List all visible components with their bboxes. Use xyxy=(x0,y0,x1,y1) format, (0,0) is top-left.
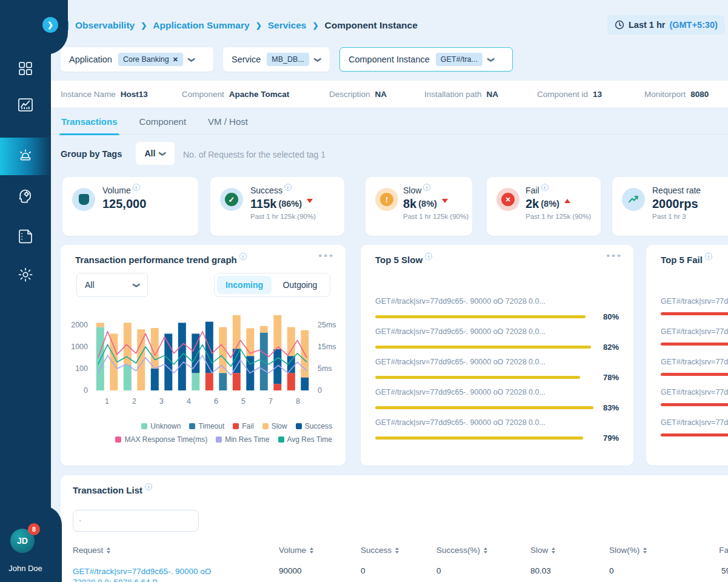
column-header-slow[interactable]: Slow xyxy=(530,546,609,555)
installation-path: Installation pathNA xyxy=(424,81,498,107)
breadcrumb-services[interactable]: Services xyxy=(268,20,307,31)
toggle-outgoing[interactable]: Outgoing xyxy=(273,276,327,294)
breadcrumb-application-summary[interactable]: Application Summary xyxy=(153,20,249,31)
kpi-value: 115k xyxy=(250,197,276,210)
breadcrumb-observability[interactable]: Observability xyxy=(75,20,135,31)
search-icon xyxy=(79,516,81,526)
trend-down-icon xyxy=(307,199,313,203)
chevron-down-icon[interactable]: ❯ xyxy=(487,56,495,62)
info-icon[interactable]: i xyxy=(133,184,140,191)
chevron-down-icon[interactable]: ❯ xyxy=(188,56,196,62)
svg-text:8: 8 xyxy=(296,397,300,406)
direction-toggle: Incoming Outgoing xyxy=(214,273,330,297)
chevron-right-icon: ❯ xyxy=(312,21,318,30)
info-label: Monitorport xyxy=(644,90,686,99)
kpi-label: Fail xyxy=(526,186,539,195)
sidebar-item-reports-icon[interactable] xyxy=(17,228,34,245)
column-label: Slow(%) xyxy=(609,546,640,555)
svg-text:25ms: 25ms xyxy=(318,321,336,329)
sidebar-item-settings-gear-icon[interactable] xyxy=(17,266,34,283)
info-icon[interactable]: i xyxy=(145,483,152,490)
filter-service-chip[interactable]: MB_DB... xyxy=(267,53,309,66)
kpi-label: Request rate xyxy=(652,186,701,195)
svg-text:7: 7 xyxy=(269,397,273,406)
list-item: GET#/track|srv=77dd9c65-. 90000 oO 72028… xyxy=(661,418,728,449)
request-label: GET#/track|srv=77dd9c65-. 90000 oO 72028… xyxy=(661,418,728,427)
info-icon[interactable]: i xyxy=(705,253,712,260)
info-icon[interactable]: i xyxy=(423,184,430,191)
toggle-incoming[interactable]: Incoming xyxy=(217,276,272,294)
instance-info-bar: Instance NameHost13 ComponentApache Tomc… xyxy=(51,81,728,107)
chip-text: Core Banking xyxy=(123,55,169,64)
slow-percent: 80% xyxy=(593,312,619,321)
component: ComponentApache Tomcat xyxy=(182,81,289,107)
sidebar-item-dashboard-icon[interactable] xyxy=(17,96,34,113)
svg-text:4: 4 xyxy=(187,397,191,406)
filter-service[interactable]: Service MB_DB... ❯ xyxy=(223,47,330,72)
success-check-icon: ✓ xyxy=(220,188,243,211)
filter-service-label: Service xyxy=(232,55,261,64)
column-label: Request xyxy=(73,546,103,555)
column-header-success-pct[interactable]: Success(%) xyxy=(436,546,530,555)
sort-icon xyxy=(310,547,313,554)
component-id: Component id13 xyxy=(537,81,602,107)
sidebar-item-apps-grid-icon[interactable] xyxy=(17,60,34,77)
column-label: Volume xyxy=(279,546,306,555)
group-by-selected-value: All xyxy=(144,149,155,158)
legend-label: Avg Res Time xyxy=(287,435,332,444)
search-box xyxy=(73,510,199,532)
request-link[interactable]: GET#/track|srv=77dd9c65-. 90000 oO 72028… xyxy=(73,566,232,582)
legend-item: MAX Response Time(ms) xyxy=(115,435,207,444)
column-header-slow-pct[interactable]: Slow(%) xyxy=(609,546,697,555)
column-header-success[interactable]: Success xyxy=(361,546,436,555)
column-header-request[interactable]: Request xyxy=(73,546,279,555)
kpi-percent: (86%) xyxy=(278,199,302,209)
sidebar-item-alerts-siren-icon[interactable] xyxy=(17,147,34,164)
info-icon[interactable]: i xyxy=(239,253,247,260)
chevron-down-icon[interactable]: ❯ xyxy=(314,56,322,62)
slow-percent: 79% xyxy=(593,433,619,443)
fail-bar xyxy=(661,433,728,436)
filter-component-instance-label: Component Instance xyxy=(349,55,430,64)
tab-transactions[interactable]: Transactions xyxy=(61,109,118,135)
group-by-tags-select[interactable]: All ❯ xyxy=(136,142,175,165)
kpi-subtext: Past 1 hr 125k (90%) xyxy=(403,213,469,220)
info-label: Component xyxy=(182,90,224,99)
time-range-selector[interactable]: Last 1 hr (GMT+5:30) xyxy=(607,15,725,35)
card-menu-icon[interactable]: ••• xyxy=(318,250,335,262)
card-menu-icon[interactable]: ••• xyxy=(606,250,623,262)
info-icon[interactable]: i xyxy=(284,184,292,191)
legend-item: Timeout xyxy=(189,422,224,430)
filter-application-label: Application xyxy=(69,55,112,64)
request-label: GET#/track|srv=77dd9c65-. 90000 oO 72028… xyxy=(661,358,728,366)
filter-application-chip[interactable]: Core Banking✕ xyxy=(118,53,183,66)
filter-application[interactable]: Application Core Banking✕ ❯ xyxy=(61,47,213,72)
kpi-label: Slow xyxy=(403,186,421,195)
legend-label: Fail xyxy=(242,422,253,430)
column-header-fail[interactable]: Fail xyxy=(697,546,728,555)
filter-component-instance[interactable]: Component Instance GET#/tra... ❯ xyxy=(339,47,513,72)
tab-vm-host[interactable]: VM / Host xyxy=(208,109,248,135)
list-item: GET#/track|srv=77dd9c65-. 90000 oO 72028… xyxy=(375,297,619,327)
search-input[interactable] xyxy=(85,517,192,526)
legend-swatch xyxy=(233,423,239,429)
list-item: GET#/track|srv=77dd9c65-. 90000 oO 72028… xyxy=(661,297,728,327)
column-header-volume[interactable]: Volume xyxy=(279,546,361,555)
remove-chip-icon[interactable]: ✕ xyxy=(173,56,178,64)
transaction-list-title: Transaction List xyxy=(73,485,142,495)
slow-bar xyxy=(375,376,580,379)
request-label: GET#/track|srv=77dd9c65-. 90000 oO 72028… xyxy=(375,358,619,366)
info-icon[interactable]: i xyxy=(541,184,549,191)
info-icon[interactable]: i xyxy=(425,253,432,260)
sidebar-item-ai-insights-icon[interactable] xyxy=(17,187,34,204)
request-label: GET#/track|srv=77dd9c65-. 90000 oO 72028… xyxy=(661,388,728,396)
trend-filter-dropdown[interactable]: All ❯ xyxy=(76,273,148,297)
list-item: GET#/track|srv=77dd9c65-. 90000 oO 72028… xyxy=(375,358,619,388)
chip-text: GET#/tra... xyxy=(441,55,478,64)
filter-component-instance-chip[interactable]: GET#/tra... xyxy=(436,53,483,66)
monitorport: Monitorport8080 xyxy=(644,81,709,107)
sidebar-expand-button[interactable]: ❯ xyxy=(42,17,58,33)
legend-label: Slow xyxy=(272,422,287,430)
tab-component[interactable]: Component xyxy=(139,109,187,135)
volume-icon xyxy=(72,188,95,211)
